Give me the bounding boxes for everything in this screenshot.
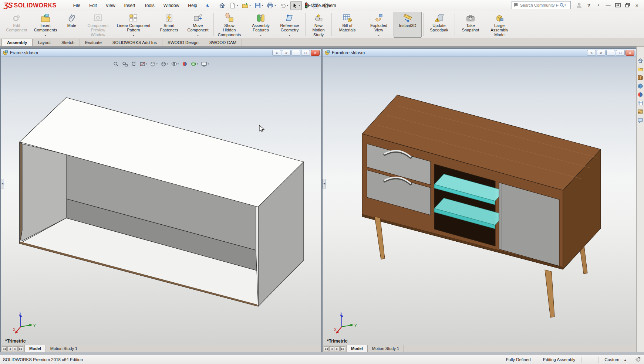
feature-manager-flyout-arrow[interactable]: ◀ bbox=[1, 179, 4, 188]
community-search[interactable]: ▾ bbox=[512, 1, 571, 9]
model-tab[interactable]: Model bbox=[347, 345, 368, 352]
menu-file[interactable]: File bbox=[69, 1, 85, 10]
dock-right-button[interactable]: » bbox=[282, 50, 291, 56]
design-library-icon[interactable] bbox=[637, 66, 643, 72]
select-tool-button[interactable]: ▾ bbox=[290, 1, 302, 10]
dock-right-button[interactable]: » bbox=[597, 50, 606, 56]
tab-assembly[interactable]: Assembly bbox=[1, 39, 33, 46]
minimize-button[interactable]: — bbox=[603, 1, 613, 9]
tab-swood-cam[interactable]: SWOOD CAM bbox=[204, 39, 242, 46]
pin-icon[interactable]: ➤ bbox=[204, 2, 211, 9]
ribbon-edit-component[interactable]: Edit Component bbox=[3, 12, 31, 38]
ribbon-exploded-view[interactable]: Exploded View ▾ bbox=[365, 12, 393, 38]
tags-button[interactable] bbox=[632, 357, 644, 363]
ribbon-reference-geometry[interactable]: Reference Geometry ▾ bbox=[276, 12, 304, 38]
frame-viewport[interactable]: ▾ ▾ ▾ ▾ ▾ ▾ bbox=[1, 57, 321, 346]
units-selector[interactable]: Custom ▴ bbox=[598, 357, 632, 363]
tab-scroll-buttons: ◀◀ ◀ ▶ ▶▶ bbox=[1, 345, 25, 352]
help-dropdown[interactable]: ▾ bbox=[594, 1, 603, 9]
ribbon-linear-component-pattern[interactable]: Linear Component Pattern ▾ bbox=[113, 12, 154, 38]
workspace-gap bbox=[0, 352, 644, 355]
forum-icon[interactable] bbox=[637, 117, 643, 123]
move-component-icon bbox=[193, 13, 203, 23]
furniture-3d-model[interactable] bbox=[323, 57, 636, 346]
feature-manager-flyout-arrow[interactable]: ◀ bbox=[323, 179, 326, 188]
dock-left-button[interactable]: « bbox=[272, 50, 281, 56]
close-doc-button[interactable]: × bbox=[626, 50, 634, 56]
logo-text: SOLIDWORKS bbox=[14, 2, 57, 9]
view-palette-icon[interactable] bbox=[637, 83, 643, 89]
print-button[interactable]: ▾ bbox=[265, 1, 277, 10]
ribbon-new-motion-study[interactable]: New Motion Study bbox=[307, 12, 330, 38]
ribbon-component-preview-window[interactable]: Component Preview Window bbox=[84, 12, 112, 38]
menu-insert[interactable]: Insert bbox=[120, 1, 140, 10]
appearances-scenes-icon[interactable] bbox=[637, 92, 643, 98]
restore-button[interactable] bbox=[623, 1, 632, 9]
dropdown-arrow-icon[interactable]: ▾ bbox=[197, 34, 199, 37]
swood-library-icon[interactable] bbox=[637, 109, 643, 115]
first-tab-button[interactable]: ◀◀ bbox=[324, 346, 328, 351]
tab-evaluate[interactable]: Evaluate bbox=[80, 39, 107, 46]
prev-tab-button[interactable]: ◀ bbox=[329, 346, 334, 351]
ribbon-update-speedpak[interactable]: Update Speedpak bbox=[425, 12, 453, 38]
last-tab-button[interactable]: ▶▶ bbox=[340, 346, 345, 351]
save-button[interactable]: ▾ bbox=[253, 1, 265, 10]
menu-edit[interactable]: Edit bbox=[85, 1, 101, 10]
dropdown-arrow-icon[interactable]: ▾ bbox=[260, 34, 262, 37]
help-button[interactable]: ? bbox=[584, 1, 594, 9]
furniture-viewport[interactable]: Z Y X ◀ *Trimetric bbox=[323, 57, 636, 346]
maximize-doc-button[interactable]: □ bbox=[301, 50, 310, 56]
home-button[interactable] bbox=[218, 1, 227, 10]
minimize-doc-button[interactable]: — bbox=[291, 50, 300, 56]
open-button[interactable]: ▾ bbox=[240, 1, 252, 10]
file-explorer-icon[interactable] bbox=[637, 75, 643, 81]
dropdown-arrow-icon[interactable]: ▾ bbox=[45, 34, 46, 37]
maximize-doc-button[interactable]: □ bbox=[616, 50, 625, 56]
tab-layout[interactable]: Layout bbox=[33, 39, 56, 46]
menu-view[interactable]: View bbox=[101, 1, 120, 10]
prev-tab-button[interactable]: ◀ bbox=[7, 346, 12, 351]
motion-study-tab[interactable]: Motion Study 1 bbox=[46, 345, 82, 352]
frame-title-bar[interactable]: Frame.sldasm « » — □ × bbox=[1, 49, 321, 57]
menu-window[interactable]: Window bbox=[159, 1, 184, 10]
dropdown-arrow-icon[interactable]: ▾ bbox=[564, 4, 566, 7]
tab-swood-design[interactable]: SWOOD Design bbox=[162, 39, 204, 46]
menu-help[interactable]: Help bbox=[183, 1, 202, 10]
minimize-doc-button[interactable]: — bbox=[606, 50, 615, 56]
new-document-button[interactable]: ▾ bbox=[228, 1, 240, 10]
frame-3d-model[interactable] bbox=[1, 57, 321, 346]
dropdown-arrow-icon[interactable]: ▾ bbox=[378, 34, 380, 37]
search-input[interactable] bbox=[519, 3, 559, 8]
ribbon-bill-of-materials[interactable]: Bill of Materials bbox=[333, 12, 361, 38]
model-tab[interactable]: Model bbox=[25, 345, 46, 352]
ribbon-smart-fasteners[interactable]: Smart Fasteners bbox=[155, 12, 183, 38]
ribbon-assembly-features[interactable]: Assembly Features ▾ bbox=[247, 12, 275, 38]
close-doc-button[interactable]: × bbox=[311, 50, 320, 56]
ribbon-insert-components[interactable]: Insert Components ▾ bbox=[31, 12, 60, 38]
span-displays-button[interactable] bbox=[613, 1, 623, 9]
solidworks-resources-icon[interactable] bbox=[637, 58, 643, 64]
ribbon-move-component[interactable]: Move Component ▾ bbox=[184, 12, 212, 38]
tab-sketch[interactable]: Sketch bbox=[56, 39, 80, 46]
furniture-title-bar[interactable]: Furniture.sldasm « » — □ × bbox=[323, 49, 636, 57]
next-tab-button[interactable]: ▶ bbox=[13, 346, 18, 351]
search-icon[interactable] bbox=[559, 3, 564, 8]
ribbon-show-hidden-components[interactable]: Show Hidden Components bbox=[215, 12, 243, 38]
user-account-button[interactable] bbox=[574, 1, 584, 9]
ribbon-mate[interactable]: Mate bbox=[60, 12, 83, 38]
ribbon-take-snapshot[interactable]: Take Snapshot bbox=[456, 12, 485, 38]
undo-button[interactable]: ▾ bbox=[278, 1, 290, 10]
first-tab-button[interactable]: ◀◀ bbox=[2, 346, 7, 351]
close-button[interactable]: × bbox=[632, 1, 642, 9]
custom-properties-icon[interactable] bbox=[637, 100, 643, 106]
last-tab-button[interactable]: ▶▶ bbox=[18, 346, 23, 351]
menu-tools[interactable]: Tools bbox=[140, 1, 159, 10]
motion-study-tab[interactable]: Motion Study 1 bbox=[368, 345, 404, 352]
ribbon-large-assembly-mode[interactable]: Large Assembly Mode bbox=[485, 12, 513, 38]
dropdown-arrow-icon[interactable]: ▾ bbox=[133, 34, 134, 37]
tab-solidworks-addins[interactable]: SOLIDWORKS Add-Ins bbox=[107, 39, 162, 46]
ribbon-instant3d[interactable]: Instant3D bbox=[394, 12, 422, 38]
dock-left-button[interactable]: « bbox=[587, 50, 596, 56]
dropdown-arrow-icon[interactable]: ▾ bbox=[289, 34, 290, 37]
next-tab-button[interactable]: ▶ bbox=[335, 346, 340, 351]
